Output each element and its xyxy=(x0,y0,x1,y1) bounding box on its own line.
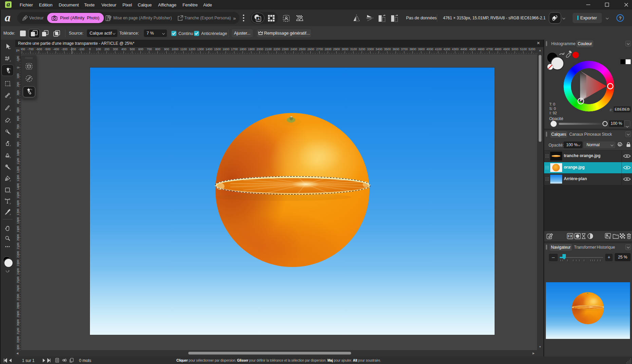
svg-text:?: ? xyxy=(619,16,621,21)
svg-text:FX: FX xyxy=(568,234,572,238)
svg-text:A: A xyxy=(257,17,260,21)
